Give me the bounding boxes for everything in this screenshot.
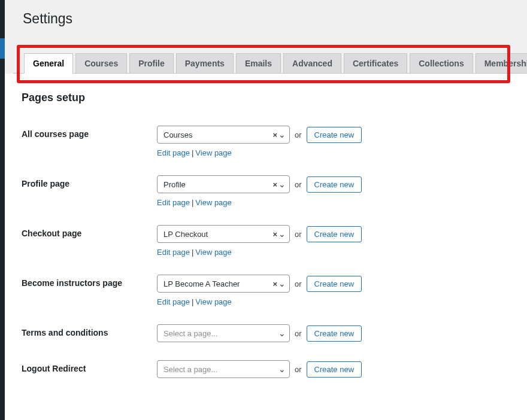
row-all-courses: All courses page Courses × ⌄ or Create n… <box>22 126 513 157</box>
tab-courses[interactable]: Courses <box>75 53 127 74</box>
or-text: or <box>295 329 302 338</box>
tab-payments[interactable]: Payments <box>176 53 234 74</box>
select-checkout-value: LP Checkout <box>163 230 208 239</box>
select-checkout[interactable]: LP Checkout × ⌄ <box>157 225 290 243</box>
settings-content: Pages setup All courses page Courses × ⌄… <box>5 74 527 391</box>
label-logout: Logout Redirect <box>22 360 157 373</box>
select-all-courses[interactable]: Courses × ⌄ <box>157 126 290 144</box>
create-new-button[interactable]: Create new <box>307 276 362 292</box>
select-terms-value: Select a page... <box>163 329 217 338</box>
label-profile: Profile page <box>22 175 157 188</box>
chevron-down-icon: ⌄ <box>278 130 286 139</box>
or-text: or <box>295 279 302 288</box>
view-page-link[interactable]: View page <box>195 198 231 207</box>
tab-collections[interactable]: Collections <box>410 53 473 74</box>
create-new-button[interactable]: Create new <box>307 361 362 378</box>
nav-tab-wrapper: General Courses Profile Payments Emails … <box>13 50 519 74</box>
clear-icon[interactable]: × <box>272 130 277 139</box>
create-new-button[interactable]: Create new <box>307 226 362 242</box>
row-profile: Profile page Profile × ⌄ or Create new E… <box>22 175 513 207</box>
row-checkout: Checkout page LP Checkout × ⌄ or Create … <box>22 225 513 257</box>
edit-page-link[interactable]: Edit page <box>157 297 190 306</box>
tab-profile[interactable]: Profile <box>129 53 174 74</box>
select-logout-value: Select a page... <box>163 365 217 374</box>
page-links: Edit page|View page <box>157 297 362 306</box>
select-profile[interactable]: Profile × ⌄ <box>157 175 290 193</box>
create-new-button[interactable]: Create new <box>307 176 362 193</box>
page-header: Settings <box>5 0 527 50</box>
select-profile-value: Profile <box>163 180 186 189</box>
or-text: or <box>295 180 302 189</box>
section-title: Pages setup <box>22 92 513 104</box>
row-terms: Terms and conditions Select a page... ⌄ … <box>22 324 513 342</box>
label-checkout: Checkout page <box>22 225 157 238</box>
create-new-button[interactable]: Create new <box>307 127 362 143</box>
chevron-down-icon: ⌄ <box>278 365 286 373</box>
clear-icon[interactable]: × <box>272 180 277 189</box>
tab-advanced[interactable]: Advanced <box>283 53 341 74</box>
page-title: Settings <box>23 11 509 27</box>
tab-certificates[interactable]: Certificates <box>344 53 407 74</box>
select-all-courses-value: Courses <box>163 130 192 139</box>
chevron-down-icon: ⌄ <box>278 279 286 288</box>
view-page-link[interactable]: View page <box>195 297 231 306</box>
or-text: or <box>295 130 302 139</box>
chevron-down-icon: ⌄ <box>278 329 286 337</box>
chevron-down-icon: ⌄ <box>278 230 286 238</box>
tabs-container: General Courses Profile Payments Emails … <box>5 50 527 74</box>
row-logout: Logout Redirect Select a page... ⌄ or Cr… <box>22 360 513 378</box>
label-become-instructors: Become instructors page <box>22 275 157 288</box>
label-all-courses: All courses page <box>22 126 157 139</box>
page-links: Edit page|View page <box>157 148 362 157</box>
clear-icon[interactable]: × <box>272 230 277 239</box>
clear-icon[interactable]: × <box>272 279 277 288</box>
select-logout[interactable]: Select a page... ⌄ <box>157 360 290 378</box>
tab-emails[interactable]: Emails <box>236 53 281 74</box>
page-links: Edit page|View page <box>157 248 362 257</box>
row-become-instructors: Become instructors page LP Become A Teac… <box>22 275 513 306</box>
view-page-link[interactable]: View page <box>195 248 231 257</box>
page-links: Edit page|View page <box>157 198 362 207</box>
tab-memberships[interactable]: Memberships <box>475 53 527 74</box>
select-terms[interactable]: Select a page... ⌄ <box>157 324 290 342</box>
view-page-link[interactable]: View page <box>195 148 231 157</box>
select-become-instructors-value: LP Become A Teacher <box>163 279 240 288</box>
edit-page-link[interactable]: Edit page <box>157 148 190 157</box>
chevron-down-icon: ⌄ <box>278 180 286 188</box>
edit-page-link[interactable]: Edit page <box>157 248 190 257</box>
select-become-instructors[interactable]: LP Become A Teacher × ⌄ <box>157 275 290 293</box>
or-text: or <box>295 230 302 239</box>
create-new-button[interactable]: Create new <box>307 325 362 342</box>
admin-sidebar-strip <box>0 0 5 391</box>
label-terms: Terms and conditions <box>22 324 157 337</box>
tab-general[interactable]: General <box>24 53 73 74</box>
edit-page-link[interactable]: Edit page <box>157 198 190 207</box>
or-text: or <box>295 365 302 374</box>
